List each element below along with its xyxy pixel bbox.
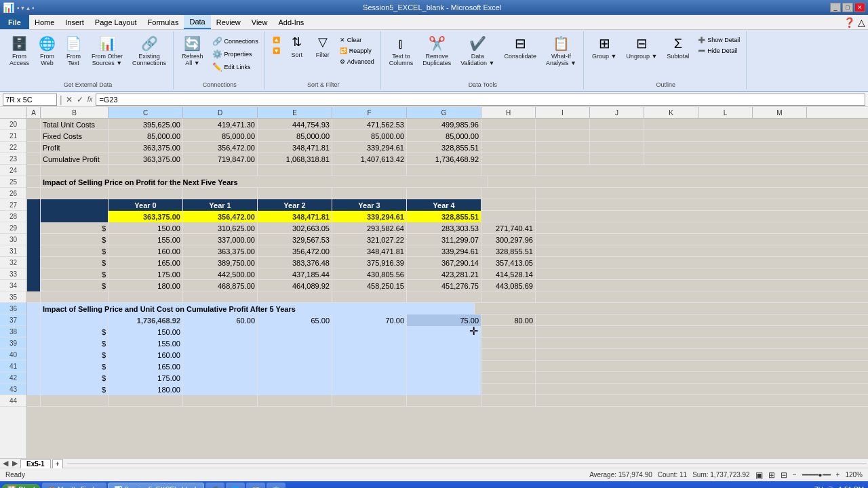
row-num-28[interactable]: 28 — [0, 211, 26, 222]
cell-c37[interactable]: 1,736,468.92 — [108, 314, 183, 326]
row-num-23[interactable]: 23 — [0, 153, 26, 165]
properties-button[interactable]: ⚙️ Properties — [209, 48, 262, 60]
cell-f30[interactable]: 321,027.22 — [332, 234, 407, 245]
cell-c43[interactable]: 180.00 — [108, 384, 183, 395]
show-detail-button[interactable]: ➕ Show Detail — [694, 35, 743, 45]
cell-b25[interactable]: Impact of Selling Price on Profit for th… — [41, 176, 488, 188]
cell-d31[interactable]: 363,375.00 — [183, 245, 258, 257]
restore-button[interactable]: □ — [842, 3, 853, 12]
cell-d28[interactable]: 356,472.00 — [183, 211, 258, 222]
cell-c21[interactable]: 85,000.00 — [108, 130, 183, 142]
cell-a21[interactable] — [27, 130, 41, 142]
cell-h34[interactable]: 443,085.69 — [481, 280, 536, 291]
cell-d34[interactable]: 468,875.00 — [183, 280, 258, 291]
cell-e39[interactable] — [258, 338, 332, 349]
cell-g23[interactable]: 1,736,468.92 — [407, 153, 481, 165]
taskbar-ie[interactable]: 🌐 — [226, 483, 245, 488]
row-num-38[interactable]: 38 — [0, 326, 26, 338]
row-num-34[interactable]: 34 — [0, 280, 26, 291]
cell-c34[interactable]: 180.00 — [108, 280, 183, 291]
refresh-all-button[interactable]: 🔄 RefreshAll ▼ — [178, 33, 208, 69]
cell-c30[interactable]: 155.00 — [108, 234, 183, 245]
cell-f23[interactable]: 1,407,613.42 — [332, 153, 407, 165]
cell-h38[interactable] — [481, 326, 536, 338]
cell-g37[interactable]: 75.00 — [407, 314, 481, 326]
cell-f33[interactable]: 430,805.56 — [332, 268, 407, 280]
zoom-out-icon[interactable]: − — [793, 471, 797, 479]
cell-c32[interactable]: 165.00 — [108, 257, 183, 268]
cell-f39[interactable] — [332, 338, 407, 349]
cell-c27[interactable]: Year 0 — [108, 199, 183, 211]
row-num-42[interactable]: 42 — [0, 372, 26, 384]
col-header-a[interactable]: A — [27, 107, 41, 118]
cell-e29[interactable]: 302,663.05 — [258, 222, 332, 234]
cell-e23[interactable]: 1,068,318.81 — [258, 153, 332, 165]
cell-h42[interactable] — [481, 372, 536, 384]
cell-e27[interactable]: Year 2 — [258, 199, 332, 211]
cancel-formula-icon[interactable]: ✕ — [65, 94, 73, 105]
zoom-slider[interactable]: ━━━━●━━ — [802, 471, 831, 479]
cell-h21[interactable] — [481, 130, 536, 142]
cell-a20[interactable] — [27, 119, 41, 130]
cell-i20[interactable] — [536, 119, 590, 130]
hide-detail-button[interactable]: ➖ Hide Detail — [694, 46, 743, 56]
taskbar-media[interactable]: 🎵 — [205, 483, 224, 488]
cell-f20[interactable]: 471,562.53 — [332, 119, 407, 130]
cell-b30[interactable]: $ — [41, 234, 108, 245]
collapse-ribbon-icon[interactable]: △ — [858, 17, 865, 28]
subtotal-button[interactable]: Σ Subtotal — [663, 33, 693, 62]
cell-f21[interactable]: 85,000.00 — [332, 130, 407, 142]
cell-d39[interactable] — [183, 338, 258, 349]
cell-h22[interactable] — [481, 142, 536, 153]
sheet-nav-left[interactable]: ◀ — [1, 459, 9, 468]
taskbar-explorer[interactable]: 📁 — [246, 483, 265, 488]
cell-c40[interactable]: 160.00 — [108, 349, 183, 361]
row-num-26[interactable]: 26 — [0, 188, 26, 199]
cell-e32[interactable]: 383,376.48 — [258, 257, 332, 268]
cell-g29[interactable]: 283,303.53 — [407, 222, 481, 234]
row-num-39[interactable]: 39 — [0, 338, 26, 349]
row-num-35[interactable]: 35 — [0, 291, 26, 303]
name-box[interactable] — [3, 94, 57, 106]
cell-g34[interactable]: 451,276.75 — [407, 280, 481, 291]
cell-g27[interactable]: Year 4 — [407, 199, 481, 211]
cell-b34[interactable]: $ — [41, 280, 108, 291]
cell-g32[interactable]: 367,290.14 — [407, 257, 481, 268]
col-header-j[interactable]: J — [590, 107, 644, 118]
cell-h37[interactable]: 80.00 — [481, 314, 536, 326]
cell-d38[interactable] — [183, 326, 258, 338]
cell-e21[interactable]: 85,000.00 — [258, 130, 332, 142]
edit-links-button[interactable]: ✏️ Edit Links — [209, 61, 262, 73]
cell-f32[interactable]: 375,916.39 — [332, 257, 407, 268]
col-header-b[interactable]: B — [41, 107, 108, 118]
row-num-31[interactable]: 31 — [0, 245, 26, 257]
row-num-32[interactable]: 32 — [0, 257, 26, 268]
advanced-button[interactable]: ⚙ Advanced — [336, 57, 378, 66]
start-button[interactable]: 🪟 Start — [1, 484, 41, 489]
cell-d43[interactable] — [183, 384, 258, 395]
sort-desc-button[interactable]: 🔽 — [269, 46, 283, 56]
cell-f42[interactable] — [332, 372, 407, 384]
cell-f28[interactable]: 339,294.61 — [332, 211, 407, 222]
cell-b42[interactable]: $ — [41, 372, 108, 384]
cell-c22[interactable]: 363,375.00 — [108, 142, 183, 153]
row-num-40[interactable]: 40 — [0, 349, 26, 361]
cell-d29[interactable]: 310,625.00 — [183, 222, 258, 234]
row-num-22[interactable]: 22 — [0, 142, 26, 153]
cell-e33[interactable]: 437,185.44 — [258, 268, 332, 280]
row-num-20[interactable]: 20 — [0, 119, 26, 130]
cell-f37[interactable]: 70.00 — [332, 314, 407, 326]
cell-j21[interactable] — [590, 130, 644, 142]
cell-g40[interactable] — [407, 349, 481, 361]
cell-b41[interactable]: $ — [41, 361, 108, 372]
col-header-h[interactable]: H — [481, 107, 536, 118]
row-num-21[interactable]: 21 — [0, 130, 26, 142]
cell-a22[interactable] — [27, 142, 41, 153]
formula-input[interactable] — [96, 94, 865, 106]
cell-h39[interactable] — [481, 338, 536, 349]
reapply-button[interactable]: 🔁 Reapply — [336, 46, 378, 56]
page-break-icon[interactable]: ⊟ — [781, 470, 787, 480]
row-num-37[interactable]: 37 — [0, 314, 26, 326]
menu-home[interactable]: Home — [29, 15, 60, 29]
cell-b38[interactable]: $ — [41, 326, 108, 338]
